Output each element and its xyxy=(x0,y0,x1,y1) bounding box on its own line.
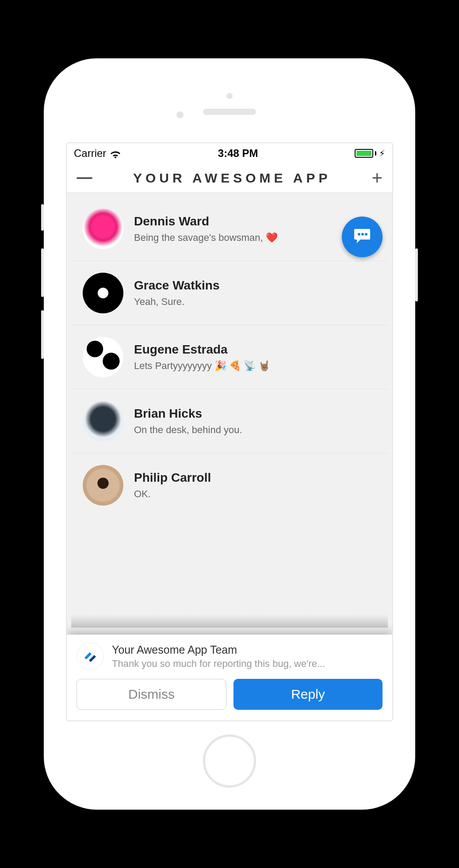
notification-app-icon xyxy=(76,643,104,670)
power-button[interactable] xyxy=(415,248,418,301)
contact-message: Lets Partyyyyyyyy 🎉 🍕 📡 🤘🏽 xyxy=(134,360,376,372)
add-button[interactable]: + xyxy=(371,168,382,189)
contact-name: Eugene Estrada xyxy=(134,343,376,357)
menu-button[interactable] xyxy=(76,176,92,180)
contact-name: Brian Hicks xyxy=(134,407,376,421)
avatar xyxy=(83,465,123,506)
contact-message: Being the savage's bowsman, ❤️ xyxy=(134,232,376,244)
contact-name: Philip Carroll xyxy=(134,471,376,485)
chat-fab[interactable] xyxy=(342,217,382,257)
hamburger-icon xyxy=(76,177,92,179)
avatar xyxy=(83,209,123,249)
notification-sheet: Your Awesome App Team Thank you so much … xyxy=(67,635,392,720)
contact-message: OK. xyxy=(134,488,376,500)
volume-up-button[interactable] xyxy=(41,248,44,297)
status-bar: Carrier 3:48 PM ⚡︎ xyxy=(67,143,392,164)
screen: Carrier 3:48 PM ⚡︎ YOUR AWESOME APP + xyxy=(66,142,393,721)
sensor-dot xyxy=(176,111,184,118)
contact-message: Yeah, Sure. xyxy=(134,296,376,308)
notification-body: Thank you so much for reporting this bug… xyxy=(112,658,325,670)
chat-icon xyxy=(352,226,372,247)
list-item[interactable]: Philip Carroll OK. xyxy=(71,453,388,517)
clock: 3:48 PM xyxy=(121,147,355,160)
contact-message: On the desk, behind you. xyxy=(134,424,376,436)
phone-frame: Carrier 3:48 PM ⚡︎ YOUR AWESOME APP + xyxy=(44,58,415,810)
wifi-icon xyxy=(110,147,121,160)
camera-dot xyxy=(226,93,233,99)
list-item[interactable]: Eugene Estrada Lets Partyyyyyyyy 🎉 🍕 📡 🤘… xyxy=(71,325,388,389)
avatar xyxy=(83,401,123,442)
list-item[interactable]: Grace Watkins Yeah, Sure. xyxy=(71,261,388,325)
notification-title: Your Awesome App Team xyxy=(112,643,325,656)
dismiss-button[interactable]: Dismiss xyxy=(76,679,226,710)
mute-switch[interactable] xyxy=(41,204,44,231)
list-item[interactable]: Dennis Ward Being the savage's bowsman, … xyxy=(71,193,388,261)
carrier-label: Carrier xyxy=(74,147,106,160)
earpiece xyxy=(203,109,256,115)
contact-name: Grace Watkins xyxy=(134,278,376,293)
navbar: YOUR AWESOME APP + xyxy=(67,164,392,193)
svg-point-0 xyxy=(358,233,360,236)
home-button[interactable] xyxy=(203,735,256,788)
list-item[interactable]: Brian Hicks On the desk, behind you. xyxy=(71,389,388,453)
battery-indicator: ⚡︎ xyxy=(355,148,385,159)
svg-point-2 xyxy=(365,233,367,236)
volume-down-button[interactable] xyxy=(41,310,44,359)
charging-icon: ⚡︎ xyxy=(379,148,385,159)
plus-icon: + xyxy=(371,168,382,189)
avatar xyxy=(83,337,123,377)
reply-button[interactable]: Reply xyxy=(233,679,382,710)
svg-point-1 xyxy=(361,233,364,236)
contact-name: Dennis Ward xyxy=(134,214,376,228)
list-shadow xyxy=(71,614,388,628)
app-title: YOUR AWESOME APP xyxy=(92,171,371,186)
conversation-list[interactable]: Dennis Ward Being the savage's bowsman, … xyxy=(67,193,392,720)
avatar xyxy=(83,273,123,313)
